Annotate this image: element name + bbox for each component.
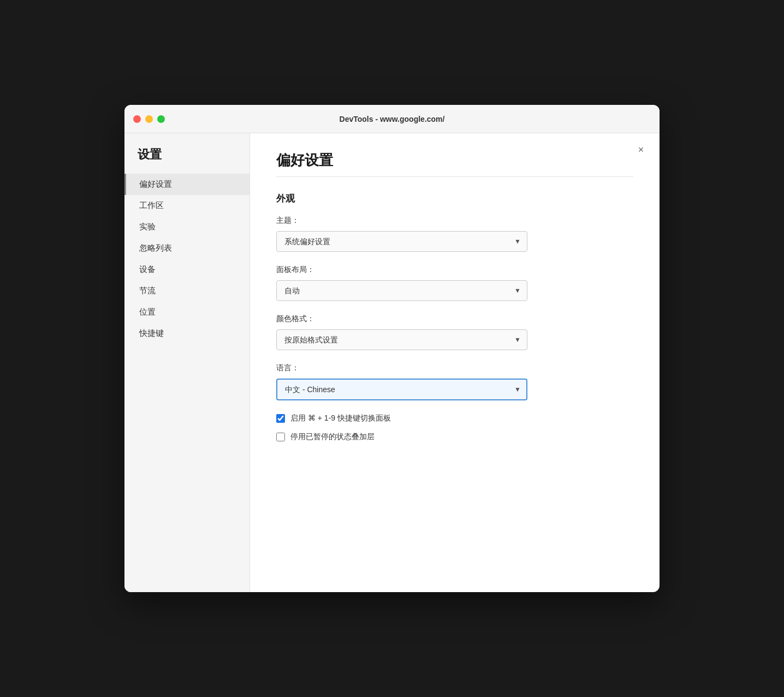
theme-select-wrapper: 系统偏好设置 浅色 深色 ▼ [276, 231, 527, 252]
overlay-checkbox-label[interactable]: 停用已暂停的状态叠加层 [290, 432, 375, 442]
devtools-window: DevTools - www.google.com/ 设置 偏好设置 工作区 实… [124, 105, 660, 592]
sidebar-item-experiments[interactable]: 实验 [124, 216, 250, 238]
sidebar-item-workspace[interactable]: 工作区 [124, 195, 250, 216]
language-group: 语言： 中文 - Chinese English 日本語 한국어 Deutsch… [276, 363, 633, 400]
minimize-window-button[interactable] [145, 115, 153, 123]
theme-label: 主题： [276, 216, 633, 226]
sidebar-heading: 设置 [124, 146, 250, 174]
main-content: × 偏好设置 外观 主题： 系统偏好设置 浅色 深色 ▼ 面板布局： [250, 133, 660, 592]
close-settings-button[interactable]: × [633, 142, 649, 157]
sidebar-item-locations[interactable]: 位置 [124, 302, 250, 323]
section-appearance-title: 外观 [276, 192, 633, 205]
sidebar-item-devices[interactable]: 设备 [124, 259, 250, 280]
content-area: 设置 偏好设置 工作区 实验 忽略列表 设备 节流 位置 快捷 [124, 133, 660, 592]
page-title: 偏好设置 [276, 151, 633, 170]
language-select[interactable]: 中文 - Chinese English 日本語 한국어 Deutsch Fra… [276, 379, 527, 400]
theme-group: 主题： 系统偏好设置 浅色 深色 ▼ [276, 216, 633, 252]
sidebar-item-shortcuts[interactable]: 快捷键 [124, 323, 250, 344]
sidebar-item-ignore-list[interactable]: 忽略列表 [124, 238, 250, 259]
maximize-window-button[interactable] [157, 115, 165, 123]
window-title: DevTools - www.google.com/ [340, 115, 445, 123]
language-select-wrapper: 中文 - Chinese English 日本語 한국어 Deutsch Fra… [276, 379, 527, 400]
shortcut-checkbox-group: 启用 ⌘ + 1-9 快捷键切换面板 [276, 414, 633, 423]
titlebar: DevTools - www.google.com/ [124, 105, 660, 133]
window-controls [133, 115, 165, 123]
overlay-checkbox[interactable] [276, 433, 285, 441]
color-format-select[interactable]: 按原始格式设置 HEX RGB HSL [276, 329, 527, 350]
panel-layout-select[interactable]: 自动 水平 垂直 [276, 280, 527, 301]
divider [276, 176, 633, 177]
shortcut-checkbox-label[interactable]: 启用 ⌘ + 1-9 快捷键切换面板 [290, 414, 391, 423]
color-format-label: 颜色格式： [276, 314, 633, 324]
sidebar-item-preferences[interactable]: 偏好设置 [124, 174, 250, 195]
color-format-group: 颜色格式： 按原始格式设置 HEX RGB HSL ▼ [276, 314, 633, 350]
panel-layout-select-wrapper: 自动 水平 垂直 ▼ [276, 280, 527, 301]
language-label: 语言： [276, 363, 633, 373]
color-format-select-wrapper: 按原始格式设置 HEX RGB HSL ▼ [276, 329, 527, 350]
overlay-checkbox-group: 停用已暂停的状态叠加层 [276, 432, 633, 442]
sidebar: 设置 偏好设置 工作区 实验 忽略列表 设备 节流 位置 快捷 [124, 133, 250, 592]
panel-layout-label: 面板布局： [276, 265, 633, 275]
shortcut-checkbox[interactable] [276, 414, 285, 423]
sidebar-item-throttling[interactable]: 节流 [124, 280, 250, 302]
close-window-button[interactable] [133, 115, 141, 123]
panel-layout-group: 面板布局： 自动 水平 垂直 ▼ [276, 265, 633, 301]
theme-select[interactable]: 系统偏好设置 浅色 深色 [276, 231, 527, 252]
